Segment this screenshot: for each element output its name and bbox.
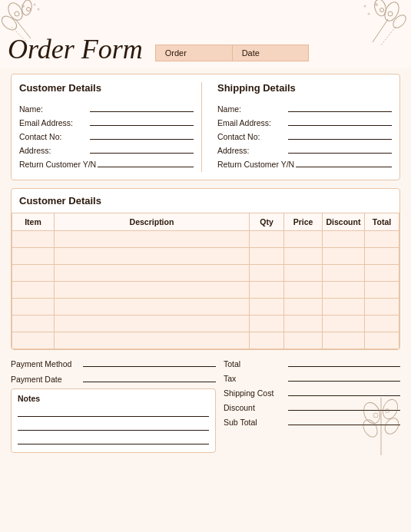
cell-total[interactable] xyxy=(365,332,399,349)
svg-point-14 xyxy=(380,8,384,12)
cell-description[interactable] xyxy=(55,248,250,265)
cell-discount[interactable] xyxy=(323,265,365,282)
shipping-return-label: Return Customer Y/N xyxy=(217,160,294,169)
notes-label: Notes xyxy=(18,394,209,403)
shipping-contact-row: Contact No: xyxy=(217,131,392,141)
table-row[interactable] xyxy=(12,248,399,265)
cell-qty[interactable] xyxy=(250,248,284,265)
cell-item[interactable] xyxy=(12,265,55,282)
cell-price[interactable] xyxy=(284,299,323,316)
cell-qty[interactable] xyxy=(250,282,284,299)
shipping-address-row: Address: xyxy=(217,144,392,155)
cell-discount[interactable] xyxy=(323,231,365,248)
table-row[interactable] xyxy=(12,332,399,349)
cell-discount[interactable] xyxy=(323,316,365,332)
table-row[interactable] xyxy=(12,282,399,299)
shipping-address-input[interactable] xyxy=(288,144,392,154)
table-row[interactable] xyxy=(12,231,399,248)
cell-description[interactable] xyxy=(55,282,250,299)
cell-description[interactable] xyxy=(55,265,250,282)
cell-item[interactable] xyxy=(12,248,55,265)
cell-total[interactable] xyxy=(365,282,399,299)
sub-total-label: Sub Total xyxy=(224,418,285,427)
cell-price[interactable] xyxy=(284,231,323,248)
cell-item[interactable] xyxy=(12,299,55,316)
svg-point-12 xyxy=(391,13,409,31)
customer-contact-input[interactable] xyxy=(90,131,194,140)
customer-details-col: Customer Details Name: Email Address: Co… xyxy=(19,82,202,172)
shipping-contact-input[interactable] xyxy=(288,131,392,140)
customer-address-input[interactable] xyxy=(90,144,194,154)
cell-total[interactable] xyxy=(365,265,399,282)
cell-discount[interactable] xyxy=(323,248,365,265)
shipping-name-label: Name: xyxy=(217,104,287,114)
notes-line-2[interactable] xyxy=(18,420,209,431)
svg-point-24 xyxy=(383,415,402,436)
cell-item[interactable] xyxy=(12,231,55,248)
cell-item[interactable] xyxy=(12,332,55,349)
cell-total[interactable] xyxy=(365,248,399,265)
date-field[interactable]: Date xyxy=(232,45,309,61)
cell-description[interactable] xyxy=(55,231,250,248)
cell-description[interactable] xyxy=(55,299,250,316)
svg-point-10 xyxy=(382,0,401,23)
notes-line-3[interactable] xyxy=(18,434,209,444)
notes-line-1[interactable] xyxy=(18,406,209,417)
shipping-name-input[interactable] xyxy=(288,103,392,112)
cell-price[interactable] xyxy=(284,282,323,299)
bottom-right: Total Tax Shipping Cost Discount Sub Tot… xyxy=(224,358,400,453)
order-field[interactable]: Order xyxy=(155,45,232,61)
cell-qty[interactable] xyxy=(250,265,284,282)
shipping-details-title: Shipping Details xyxy=(217,82,392,97)
cell-total[interactable] xyxy=(365,299,399,316)
floral-top-right-icon xyxy=(334,0,411,54)
shipping-return-input[interactable] xyxy=(296,158,392,167)
cell-qty[interactable] xyxy=(250,316,284,332)
customer-contact-label: Contact No: xyxy=(19,132,88,141)
cell-discount[interactable] xyxy=(323,332,365,349)
col-price: Price xyxy=(284,213,323,231)
cell-description[interactable] xyxy=(55,332,250,349)
cell-total[interactable] xyxy=(365,316,399,332)
cell-item[interactable] xyxy=(12,282,55,299)
cell-price[interactable] xyxy=(284,265,323,282)
svg-point-19 xyxy=(368,13,370,15)
table-row[interactable] xyxy=(12,316,399,332)
header: Order Form Order Date xyxy=(0,0,411,68)
col-discount: Discount xyxy=(323,213,365,231)
svg-point-4 xyxy=(27,8,31,12)
col-total: Total xyxy=(365,213,399,231)
tax-input[interactable] xyxy=(288,372,400,382)
cell-item[interactable] xyxy=(12,316,55,332)
svg-point-3 xyxy=(15,12,19,16)
cell-qty[interactable] xyxy=(250,299,284,316)
cell-discount[interactable] xyxy=(323,282,365,299)
page-title: Order Form xyxy=(0,35,143,63)
shipping-email-input[interactable] xyxy=(288,117,392,126)
cell-price[interactable] xyxy=(284,332,323,349)
cell-qty[interactable] xyxy=(250,332,284,349)
customer-return-input[interactable] xyxy=(98,158,194,167)
payment-method-input[interactable] xyxy=(83,358,216,367)
cell-qty[interactable] xyxy=(250,231,284,248)
svg-line-15 xyxy=(373,19,388,42)
shipping-details-col: Shipping Details Name: Email Address: Co… xyxy=(210,82,392,172)
svg-point-8 xyxy=(34,4,36,6)
payment-date-input[interactable] xyxy=(83,373,216,382)
shipping-address-label: Address: xyxy=(217,146,287,155)
cell-total[interactable] xyxy=(365,231,399,248)
svg-point-26 xyxy=(386,409,389,413)
table-row[interactable] xyxy=(12,265,399,282)
shipping-email-label: Email Address: xyxy=(217,118,287,127)
table-row[interactable] xyxy=(12,299,399,316)
payment-method-row: Payment Method xyxy=(11,358,216,368)
total-input[interactable] xyxy=(288,358,400,367)
cell-price[interactable] xyxy=(284,316,323,332)
customer-email-input[interactable] xyxy=(90,117,194,126)
customer-name-input[interactable] xyxy=(90,103,194,112)
cell-description[interactable] xyxy=(55,316,250,332)
cell-discount[interactable] xyxy=(323,299,365,316)
cell-price[interactable] xyxy=(284,248,323,265)
svg-line-16 xyxy=(380,27,396,46)
order-table: Item Description Qty Price Discount Tota… xyxy=(12,213,399,349)
